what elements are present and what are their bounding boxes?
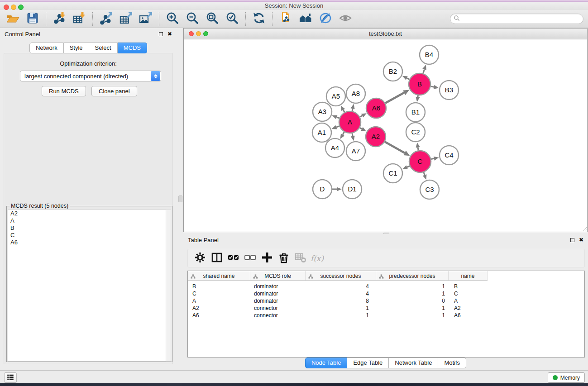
zoom-fit-button[interactable] [202, 11, 222, 27]
mcds-result-item[interactable]: A2 [8, 210, 166, 217]
unselect-all-columns-button[interactable] [242, 251, 258, 266]
graph-node-C4[interactable]: C4 [440, 146, 459, 165]
export-table-button[interactable] [116, 11, 136, 27]
optimization-criterion-select[interactable]: largest connected component (directed) [20, 71, 161, 81]
vertical-splitter-handle[interactable] [178, 195, 182, 202]
table-cell[interactable]: 1 [306, 312, 376, 319]
graph-node-B4[interactable]: B4 [420, 45, 439, 64]
search-input[interactable] [460, 15, 583, 23]
graph-edge-A-A3[interactable] [332, 115, 339, 119]
graph-node-A1[interactable]: A1 [312, 123, 331, 142]
graph-edge-A-A6[interactable] [360, 113, 367, 117]
show-columns-button[interactable] [208, 251, 225, 266]
delete-columns-button[interactable] [275, 251, 292, 266]
graph-edge-A-A1[interactable] [332, 125, 339, 129]
graph-edge-B-B1[interactable] [416, 95, 420, 102]
table-cell[interactable]: 1 [306, 305, 376, 312]
table-cell[interactable]: B [188, 283, 250, 290]
close-panel-button[interactable]: Close panel [91, 86, 137, 96]
clone-network-button[interactable] [276, 11, 296, 27]
graph-node-B[interactable]: B [409, 73, 430, 95]
column-header-predecessor-nodes[interactable]: predecessor nodes [376, 271, 449, 281]
table-cell[interactable]: A2 [449, 305, 488, 312]
home-button[interactable] [296, 11, 316, 27]
graph-node-D[interactable]: D [313, 180, 332, 199]
table-cell[interactable]: A6 [449, 312, 488, 319]
graph-node-C2[interactable]: C2 [406, 123, 425, 142]
graph-edge-C-C2[interactable] [416, 143, 420, 151]
tab-edge-table[interactable]: Edge Table [347, 357, 389, 368]
zoom-out-button[interactable] [182, 11, 202, 27]
graph-node-B3[interactable]: B3 [440, 81, 459, 100]
table-cell[interactable]: 8 [306, 297, 376, 305]
mcds-result-item[interactable]: A [8, 217, 166, 224]
table-cell[interactable]: A [449, 297, 488, 305]
open-file-button[interactable] [3, 11, 23, 27]
graph-edge-C-C3[interactable] [423, 172, 427, 180]
close-table-panel-icon[interactable]: ✖ [579, 238, 583, 242]
graph-node-C[interactable]: C [409, 151, 431, 172]
import-table-button[interactable] [69, 11, 89, 27]
tab-node-table[interactable]: Node Table [305, 357, 348, 368]
network-maximize-button[interactable] [203, 31, 208, 36]
toggle-graphics-details-button[interactable] [316, 11, 335, 27]
graph-edge-A-A8[interactable] [351, 104, 355, 111]
graph-edge-D-D1[interactable] [332, 187, 342, 191]
close-window-button[interactable] [4, 5, 9, 10]
column-header-shared-name[interactable]: shared name [188, 271, 250, 281]
graph-edge-C-C1[interactable] [402, 165, 410, 169]
table-cell[interactable]: dominator [250, 297, 306, 305]
mcds-result-list[interactable]: A2ABCA6 [8, 210, 167, 362]
graph-edge-C-C4[interactable] [431, 157, 439, 161]
table-cell[interactable]: 1 [376, 305, 449, 312]
memory-button[interactable]: Memory [548, 372, 585, 383]
refresh-button[interactable] [249, 11, 269, 27]
table-cell[interactable]: C [188, 290, 250, 297]
settings-button[interactable] [191, 251, 208, 266]
table-cell[interactable]: 1 [376, 312, 449, 319]
column-header-MCDS-role[interactable]: MCDS role [250, 271, 306, 281]
graph-node-A2[interactable]: A2 [366, 127, 386, 147]
zoom-selected-button[interactable] [222, 11, 242, 27]
table-cell[interactable]: B [449, 283, 488, 290]
graph-edge-A6-B[interactable] [385, 90, 409, 103]
tab-network[interactable]: Network [29, 43, 64, 53]
create-column-button[interactable] [258, 251, 275, 266]
network-close-button[interactable] [189, 31, 194, 36]
graph-node-B2[interactable]: B2 [383, 62, 402, 81]
tab-motifs[interactable]: Motifs [438, 357, 466, 368]
mcds-result-item[interactable]: A6 [8, 239, 166, 246]
graph-edge-A-A2[interactable] [360, 127, 366, 131]
search-box[interactable] [450, 14, 583, 24]
show-hide-button[interactable] [335, 11, 355, 27]
select-all-columns-button[interactable] [225, 251, 242, 266]
graph-edge-B-B4[interactable] [422, 65, 426, 73]
graph-edge-A2-C[interactable] [385, 142, 410, 156]
column-header-successor-nodes[interactable]: successor nodes [306, 271, 376, 281]
table-cell[interactable]: 4 [306, 290, 376, 297]
network-canvas[interactable]: B4B2BB3A8A5A6A3B1AA1C2A2A4A7C4CC1DD1C3 [184, 39, 588, 232]
graph-node-A4[interactable]: A4 [325, 138, 344, 157]
column-header-name[interactable]: name [449, 271, 488, 281]
result-list-scrollbar[interactable] [166, 210, 171, 362]
export-image-button[interactable] [136, 11, 156, 27]
tab-network-table[interactable]: Network Table [389, 357, 438, 368]
save-session-button[interactable] [23, 11, 43, 27]
table-cell[interactable]: C [449, 290, 488, 297]
run-mcds-button[interactable]: Run MCDS [42, 86, 86, 96]
graph-edge-B-B2[interactable] [402, 76, 410, 80]
graph-node-A[interactable]: A [339, 111, 361, 133]
zoom-in-button[interactable] [163, 11, 182, 27]
graph-edge-A-A7[interactable] [351, 133, 355, 141]
graph-node-A8[interactable]: A8 [346, 84, 365, 103]
graph-node-A5[interactable]: A5 [326, 87, 345, 106]
graph-node-A3[interactable]: A3 [313, 102, 332, 121]
graph-edge-A-A4[interactable] [340, 132, 344, 139]
table-cell[interactable]: dominator [250, 283, 306, 290]
graph-edge-B-B3[interactable] [431, 85, 439, 89]
tab-style[interactable]: Style [64, 43, 89, 53]
import-network-button[interactable] [49, 11, 69, 27]
resize-grip-icon[interactable] [582, 226, 587, 232]
tab-select[interactable]: Select [89, 43, 118, 53]
graph-node-D1[interactable]: D1 [343, 180, 362, 199]
